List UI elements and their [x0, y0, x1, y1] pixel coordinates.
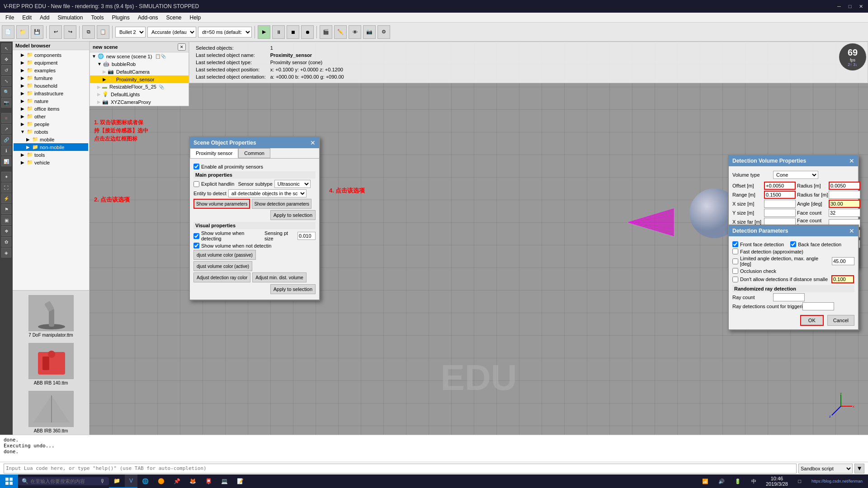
tool-select[interactable]: ↖ [1, 43, 11, 53]
tool-path[interactable]: ↗ [1, 124, 11, 134]
taskbar-app6[interactable]: 📝 [232, 474, 248, 488]
scene-item-proximity[interactable]: ▶ ⚡ Proximity_sensor [90, 75, 189, 83]
scene-item-lights[interactable]: ▶ 💡 DefaultLights [90, 90, 189, 98]
taskbar-network[interactable]: 📶 [699, 475, 712, 488]
tree-components[interactable]: ▶📁components [14, 51, 88, 59]
tool-extra7[interactable]: ⚡ [1, 193, 11, 203]
det-vol-close[interactable]: ✕ [849, 157, 854, 164]
adjust-min-btn[interactable]: Adjust min. dist. volume [252, 272, 307, 282]
enable-proximity-check[interactable] [193, 164, 199, 169]
vol-type-select[interactable]: Cone [773, 171, 818, 179]
tree-mobile[interactable]: ▶📁mobile [14, 136, 88, 143]
tb-rec[interactable]: ⏺ [301, 25, 314, 39]
taskbar-search-bar[interactable]: 🔍 🎙 [18, 477, 109, 485]
tb-extra5[interactable]: ⚙ [377, 25, 390, 39]
tb-paste[interactable]: 📋 [97, 25, 109, 39]
taskbar-app2[interactable]: 📌 [169, 474, 185, 488]
tool-extra12[interactable]: ◈ [1, 248, 11, 258]
dont-allow-check[interactable] [732, 277, 738, 282]
facecount-input[interactable] [829, 209, 860, 217]
apply-btn-2[interactable]: Apply to selection [270, 284, 316, 294]
menu-add[interactable]: Add [36, 14, 53, 22]
dt-select[interactable]: dt=50 ms (default: [198, 27, 252, 38]
cancel-btn[interactable]: Cancel [827, 315, 854, 326]
tb-save[interactable]: 💾 [31, 25, 43, 39]
tool-zoom[interactable]: 🔍 [1, 87, 11, 97]
tree-other[interactable]: ▶📁other [14, 113, 88, 120]
tree-people[interactable]: ▶📁people [14, 120, 88, 128]
show-detecting-check[interactable] [193, 233, 199, 239]
entity-select[interactable]: all detectable objects in the sc [228, 189, 307, 197]
ray-detections-input[interactable] [802, 302, 834, 310]
limited-angle-check[interactable] [732, 258, 738, 264]
angle-value-input[interactable] [832, 257, 854, 265]
xsize-input[interactable] [764, 200, 796, 208]
taskbar-file-explorer[interactable]: 📁 [109, 474, 125, 488]
taskbar-app4[interactable]: 📮 [201, 474, 217, 488]
tool-extra11[interactable]: ✿ [1, 237, 11, 247]
scene-view[interactable]: EDU [90, 42, 868, 435]
adjust-ray-btn[interactable]: Adjust detection ray color [193, 272, 250, 282]
tool-camera[interactable]: 📷 [1, 98, 11, 108]
taskbar-clock[interactable]: 10:46 2019/3/28 [764, 476, 790, 487]
tb-redo[interactable]: ↪ [64, 25, 76, 39]
tool-rotate[interactable]: ↺ [1, 65, 11, 75]
accurate-select[interactable]: Accurate (defau [147, 27, 196, 38]
apply-btn-1[interactable]: Apply to selection [270, 210, 316, 220]
tab-proximity[interactable]: Proximity sensor [190, 148, 238, 158]
tool-wire[interactable]: 🔗 [1, 135, 11, 145]
menu-file[interactable]: File [2, 14, 18, 22]
tb-play[interactable]: ▶ [258, 25, 270, 39]
scene-item-defaultcamera[interactable]: ▶ 📷 DefaultCamera [90, 68, 189, 75]
hier-btn-x[interactable]: ✕ [178, 43, 186, 51]
menu-scene[interactable]: Scene [163, 14, 185, 22]
radius-input[interactable] [829, 182, 860, 190]
tb-extra3[interactable]: 👁 [349, 25, 361, 39]
tree-furniture[interactable]: ▶📁furniture [14, 74, 88, 82]
show-detection-btn[interactable]: Show detection parameters [252, 199, 311, 209]
taskbar-url[interactable]: https://blog.csdn.net/fenman [810, 479, 864, 483]
model-item-1[interactable]: 7 DoF manipulator.ttm [14, 292, 87, 340]
menu-help[interactable]: Help [186, 14, 205, 22]
offset-input[interactable] [764, 182, 796, 190]
taskbar-app1[interactable]: 🟠 [153, 474, 169, 488]
ray-count-input[interactable] [773, 293, 805, 301]
angle-input[interactable] [829, 200, 860, 208]
tree-office[interactable]: ▶📁office items [14, 105, 88, 113]
tab-common[interactable]: Common [238, 148, 270, 158]
bullet-select[interactable]: Bullet 2 [115, 27, 146, 38]
show-not-detecting-check[interactable] [193, 243, 199, 249]
tb-extra4[interactable]: 📷 [363, 25, 376, 39]
ok-btn[interactable]: OK [800, 315, 824, 326]
tool-extra10[interactable]: ❖ [1, 226, 11, 236]
menu-tools[interactable]: Tools [87, 14, 107, 22]
range-input[interactable] [764, 191, 796, 199]
scene-item-floor[interactable]: ▶ ▬ ResizableFloor_5_25 📎 [90, 83, 189, 90]
dont-allow-input[interactable] [831, 275, 854, 283]
taskbar-ime[interactable]: 中 [748, 475, 760, 488]
maximize-btn[interactable]: □ [846, 3, 854, 10]
tool-info[interactable]: ℹ [1, 145, 11, 155]
scene-item-bubblerob[interactable]: ▼ 🤖 bubbleRob [90, 60, 189, 68]
tool-graph[interactable]: 📊 [1, 156, 11, 166]
sensing-pt-input[interactable] [297, 232, 316, 240]
menu-addons[interactable]: Add-ons [134, 14, 162, 22]
adjust-active-btn[interactable]: djust volume color (active) [193, 261, 252, 271]
menu-plugins[interactable]: Plugins [108, 14, 133, 22]
minimize-btn[interactable]: ─ [835, 3, 843, 10]
tree-household[interactable]: ▶📁household [14, 82, 88, 89]
tb-undo[interactable]: ↩ [49, 25, 62, 39]
model-item-3[interactable]: ABB IRB 360.ttm [14, 388, 87, 435]
tool-layers[interactable]: ≡ [1, 113, 11, 123]
close-btn[interactable]: ✕ [857, 3, 864, 10]
tree-nature[interactable]: ▶📁nature [14, 97, 88, 105]
taskbar-app5[interactable]: 💻 [217, 474, 232, 488]
menu-simulation[interactable]: Simulation [54, 14, 86, 22]
taskbar-volume[interactable]: 🔊 [715, 475, 728, 488]
tool-extra6[interactable]: ⛶ [1, 183, 11, 192]
script-select[interactable]: Sandbox script [798, 464, 853, 474]
tb-copy[interactable]: ⧉ [82, 25, 95, 39]
tb-extra2[interactable]: ✏️ [334, 25, 347, 39]
tree-infrastructure[interactable]: ▶📁infrastructure [14, 89, 88, 97]
back-face-check[interactable] [790, 241, 796, 247]
